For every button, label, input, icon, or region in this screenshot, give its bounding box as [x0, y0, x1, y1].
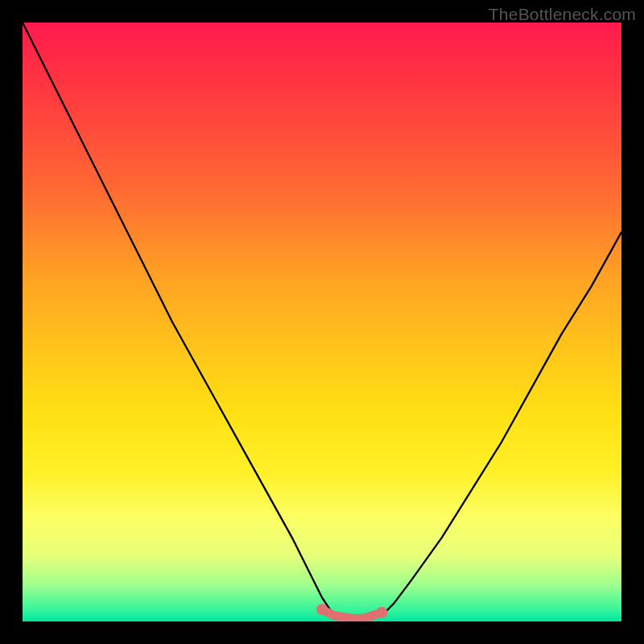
svg-point-0	[316, 604, 328, 615]
watermark-text: TheBottleneck.com	[489, 5, 636, 24]
plot-area	[23, 23, 621, 621]
svg-point-1	[376, 607, 387, 618]
bottleneck-curve	[23, 23, 621, 621]
chart-frame: TheBottleneck.com	[0, 0, 644, 644]
chart-svg	[23, 23, 621, 621]
